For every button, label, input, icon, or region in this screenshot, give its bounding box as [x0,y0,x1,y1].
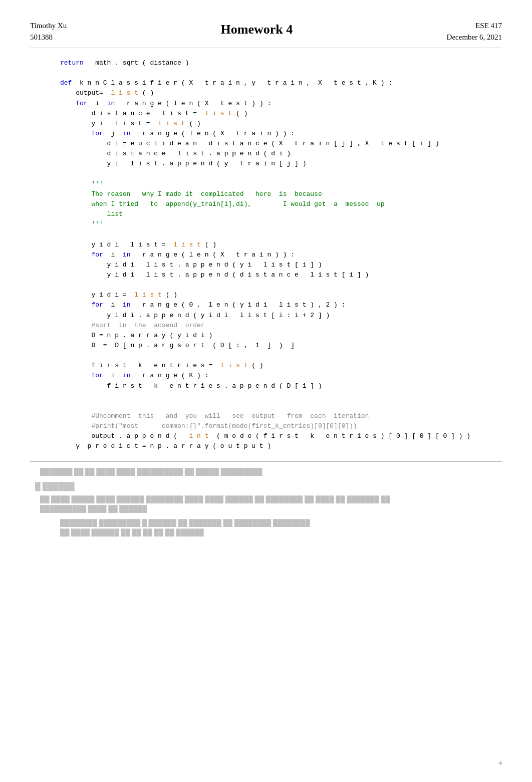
blurred-heading: █ ██████ [30,482,502,490]
comment-line-1: The reason why I made it complicated her… [60,190,322,198]
builtin-list-3: l i s t [158,120,185,127]
blurred-line-1: ███████ ██ ██ ████ ████ ██████████ ██ ██… [30,467,502,477]
keyword-in-1: in [107,100,115,107]
blurred-sub-1: ████████ █████████ █ ██████ ██ ███████ █… [30,518,502,538]
comment-sort: #sort in the acsend order [91,322,204,329]
builtin-list-1: l i s t [111,89,138,97]
builtin-list-4: l i s t [173,241,201,248]
triple-quote-1: ''' [91,180,103,188]
student-name: Timothy Xu [30,20,67,32]
comment-print: #print("most common:{}".format(mode(firs… [91,422,357,430]
builtin-int: i n t [189,432,208,440]
keyword-return: return [60,59,84,67]
page-number: 4 [499,759,502,767]
blurred-para-1: ██ ████ █████ ████ ██████ ████████ ████ … [30,494,502,514]
header-divider [30,48,502,48]
due-date: December 6, 2021 [447,32,502,43]
keyword-in-3: in [123,251,131,258]
comment-line-3: list [60,210,123,218]
section-divider [30,461,502,462]
header-left: Timothy Xu 501388 [30,20,67,43]
comment-line-2: when I tried to append(y_train[i],di), I… [60,200,385,208]
builtin-list-6: l i s t [220,362,248,369]
keyword-for-2: for [91,130,103,137]
keyword-for-5: for [91,372,103,379]
comment-uncomment: #Uncomment this and you will see output … [91,412,369,420]
keyword-for-4: for [91,301,103,309]
student-id: 501388 [30,32,67,43]
keyword-for-3: for [91,251,103,258]
header: Timothy Xu 501388 Homework 4 ESE 417 Dec… [30,20,502,43]
keyword-in-5: in [123,372,131,379]
page: Timothy Xu 501388 Homework 4 ESE 417 Dec… [0,0,532,782]
builtin-list-2: l i s t [205,110,232,117]
keyword-for-1: for [76,100,87,107]
course-code: ESE 417 [447,20,502,32]
code-block: return math . sqrt ( distance ) def k n … [60,58,502,451]
header-right: ESE 417 December 6, 2021 [447,20,502,43]
keyword-in-4: in [123,301,131,309]
homework-title: Homework 4 [67,20,446,37]
triple-quote-2: ''' [91,220,103,228]
keyword-def: def [60,79,72,87]
keyword-in-2: in [123,130,131,137]
builtin-list-5: l i s t [134,291,162,299]
